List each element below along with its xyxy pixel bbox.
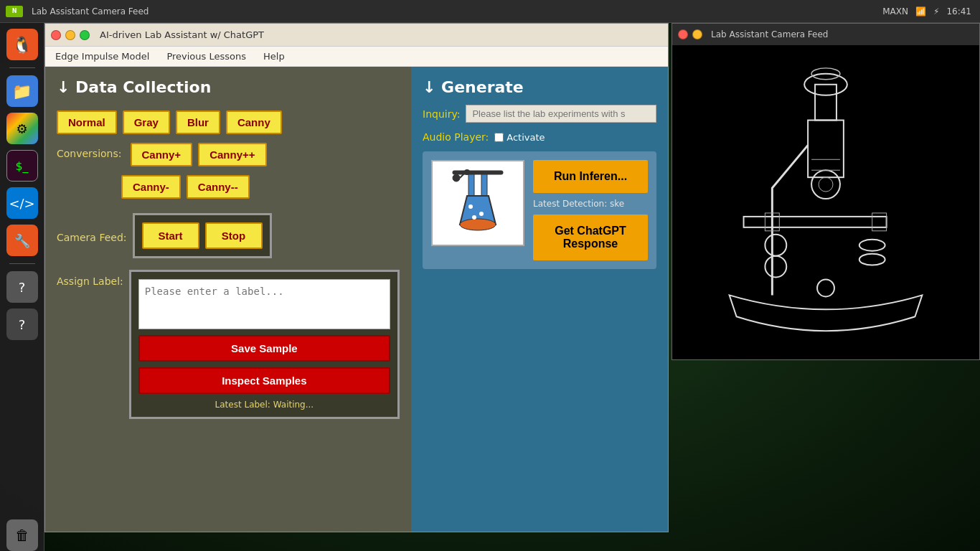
nvidia-icon: N: [6, 6, 23, 17]
svg-point-7: [472, 215, 476, 220]
content-area: ↓ Data Collection Normal Gray Blur Canny…: [45, 67, 668, 532]
dock: 🐧 📁 ⚙ $_ </> 🔧 ? ? 🗑: [0, 23, 44, 551]
dock-software-icon[interactable]: 🔧: [6, 225, 38, 256]
main-window-titlebar: AI-driven Lab Assistant w/ ChatGPT: [45, 24, 668, 47]
audio-row: Audio Player: Activate: [423, 131, 656, 143]
generate-title: ↓ Generate: [423, 78, 656, 96]
menu-edge-impulse[interactable]: Edge Impulse Model: [52, 50, 152, 63]
btn-canny-plusplus[interactable]: Canny++: [198, 143, 266, 166]
dock-separator-1: [9, 67, 35, 68]
conversions-row: Conversions: Canny+ Canny++: [57, 143, 400, 166]
inquiry-row: Inquiry:: [423, 105, 656, 123]
window-title: AI-driven Lab Assistant w/ ChatGPT: [100, 29, 264, 40]
dock-vscode-icon[interactable]: </>: [6, 187, 38, 219]
camera-feed-box: Start Stop: [133, 213, 272, 258]
conversion-buttons-row1: Normal Gray Blur Canny: [57, 110, 400, 134]
window-maximize-btn[interactable]: [80, 30, 90, 40]
microscope-drawing-svg: [672, 45, 979, 359]
lab-flask-svg: [438, 164, 517, 242]
camera-minimize-btn[interactable]: [692, 29, 702, 39]
camera-feed-label: Camera Feed:: [57, 232, 127, 243]
taskbar-bluetooth-icon: ⚡: [933, 6, 939, 17]
inquiry-input[interactable]: [466, 105, 656, 123]
conversions-label: Conversions:: [57, 148, 122, 159]
label-box: Save Sample Inspect Samples Latest Label…: [129, 270, 400, 419]
desktop: N Lab Assistant Camera Feed MAXN 📶 ⚡ 16:…: [0, 0, 980, 551]
menubar: Edge Impulse Model Previous Lessons Help: [45, 47, 668, 67]
stop-button[interactable]: Stop: [205, 222, 263, 249]
audio-label: Audio Player:: [423, 131, 489, 143]
menu-help[interactable]: Help: [260, 50, 288, 63]
run-inference-button[interactable]: Run Inferen...: [533, 160, 648, 193]
taskbar-app-title: Lab Assistant Camera Feed: [32, 6, 149, 17]
dock-separator-2: [9, 263, 35, 264]
save-sample-button[interactable]: Save Sample: [138, 335, 390, 362]
taskbar-wifi-icon: 📶: [915, 6, 926, 17]
svg-point-4: [460, 219, 496, 230]
dock-ubuntu-icon[interactable]: 🐧: [6, 29, 38, 60]
right-panel: ↓ Generate Inquiry: Audio Player: Activa…: [411, 67, 668, 532]
dock-help2-icon[interactable]: ?: [6, 309, 38, 340]
dock-files-icon[interactable]: 📁: [6, 75, 38, 107]
btn-blur[interactable]: Blur: [176, 110, 220, 134]
btn-normal[interactable]: Normal: [57, 110, 117, 134]
conversion-buttons-row2: Canny+ Canny++: [131, 143, 267, 166]
activate-checkbox[interactable]: [494, 133, 504, 142]
main-window: AI-driven Lab Assistant w/ ChatGPT Edge …: [44, 23, 669, 532]
btn-canny-plus[interactable]: Canny+: [131, 143, 193, 166]
menu-previous-lessons[interactable]: Previous Lessons: [164, 50, 249, 63]
dock-help-icon[interactable]: ?: [6, 271, 38, 303]
label-section: Assign Label: Save Sample Inspect Sample…: [57, 270, 400, 419]
camera-close-btn[interactable]: [678, 29, 688, 39]
inference-right: Run Inferen... Latest Detection: ske Get…: [533, 160, 648, 260]
taskbar-time: 16:41: [946, 6, 971, 17]
camera-titlebar: Lab Assistant Camera Feed: [672, 24, 979, 45]
taskbar-right: MAXN 📶 ⚡ 16:41: [874, 6, 980, 17]
inspect-samples-button[interactable]: Inspect Samples: [138, 367, 390, 394]
dock-trash-icon[interactable]: 🗑: [6, 519, 38, 551]
svg-rect-0: [453, 171, 503, 174]
dock-chrome-icon[interactable]: ⚙: [6, 113, 38, 144]
btn-canny-minus[interactable]: Canny-: [121, 175, 181, 199]
camera-feed-window: Lab Assistant Camera Feed: [672, 23, 980, 360]
data-collection-title: ↓ Data Collection: [57, 78, 400, 96]
btn-canny[interactable]: Canny: [226, 110, 282, 134]
latest-label: Latest Label: Waiting...: [138, 400, 390, 410]
label-input[interactable]: [138, 279, 390, 329]
taskbar-nvidia-label: MAXN: [882, 6, 908, 17]
svg-rect-1: [468, 174, 474, 196]
left-panel: ↓ Data Collection Normal Gray Blur Canny…: [45, 67, 411, 532]
svg-point-8: [453, 174, 460, 182]
activate-label: Activate: [494, 132, 545, 143]
window-close-btn[interactable]: [51, 30, 61, 40]
svg-rect-2: [481, 174, 487, 196]
conversion-buttons-row3: Canny- Canny--: [121, 175, 400, 199]
start-button[interactable]: Start: [142, 222, 199, 249]
svg-point-9: [464, 169, 470, 175]
lab-image: [431, 160, 524, 246]
taskbar: N Lab Assistant Camera Feed MAXN 📶 ⚡ 16:…: [0, 0, 980, 23]
svg-rect-11: [672, 45, 979, 359]
taskbar-left: N Lab Assistant Camera Feed: [0, 6, 874, 17]
inference-area: Run Inferen... Latest Detection: ske Get…: [423, 151, 656, 269]
camera-feed-content: [672, 45, 979, 359]
btn-gray[interactable]: Gray: [123, 110, 170, 134]
dock-terminal-icon[interactable]: $_: [6, 150, 38, 182]
svg-point-5: [468, 204, 473, 209]
window-minimize-btn[interactable]: [65, 30, 75, 40]
btn-canny-minusminus[interactable]: Canny--: [187, 175, 250, 199]
latest-detection: Latest Detection: ske: [533, 199, 648, 209]
svg-point-6: [479, 212, 484, 216]
chatgpt-button[interactable]: Get ChatGPT Response: [533, 215, 648, 260]
camera-feed-row: Camera Feed: Start Stop: [57, 213, 400, 258]
assign-label: Assign Label:: [57, 276, 123, 287]
inquiry-label: Inquiry:: [423, 108, 460, 120]
camera-window-title: Lab Assistant Camera Feed: [711, 29, 829, 39]
